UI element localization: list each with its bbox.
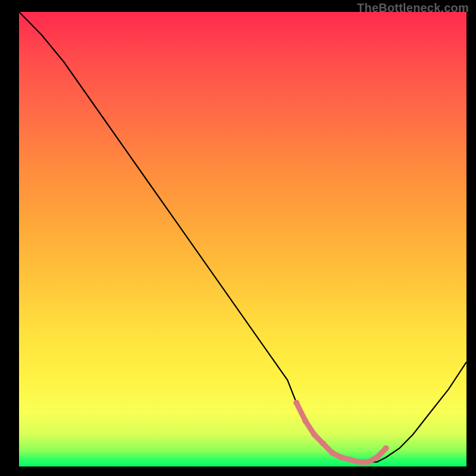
valley-highlight: [293, 400, 389, 465]
valley-highlight-path: [296, 403, 386, 462]
chart-frame: TheBottleneck.com: [0, 0, 476, 476]
watermark-text: TheBottleneck.com: [357, 1, 469, 15]
valley-highlight-dot: [338, 455, 344, 461]
valley-highlight-dot: [311, 432, 317, 438]
valley-highlight-dot: [293, 400, 299, 406]
valley-highlight-dot: [320, 441, 326, 447]
plot-area: [19, 12, 466, 466]
valley-highlight-dot: [383, 445, 389, 451]
valley-highlight-dot: [347, 457, 353, 463]
valley-highlight-dot: [356, 459, 362, 465]
bottleneck-curve: [19, 12, 466, 462]
chart-svg: [19, 12, 466, 466]
valley-highlight-dot: [374, 455, 380, 461]
valley-highlight-dot: [365, 459, 371, 465]
valley-highlight-dot: [329, 450, 335, 456]
curve-group: [19, 12, 466, 462]
valley-highlight-dot: [302, 418, 308, 424]
